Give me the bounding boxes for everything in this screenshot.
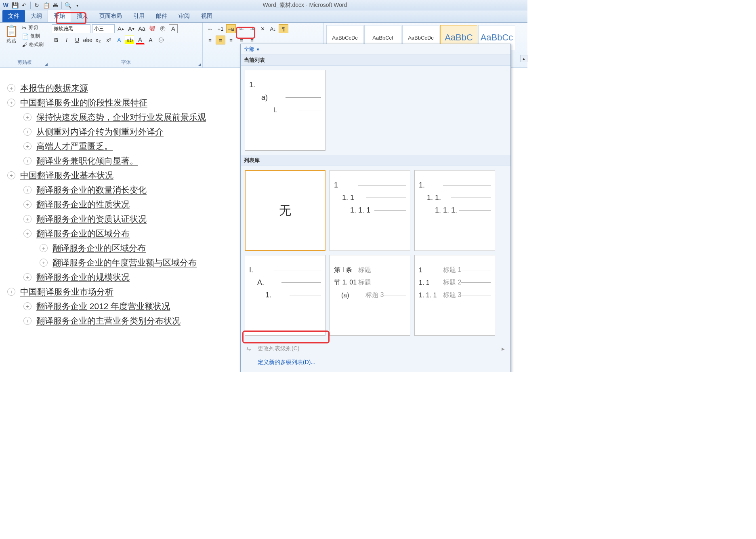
tab-review[interactable]: 审阅 bbox=[173, 10, 195, 22]
change-case-button[interactable]: Aa bbox=[137, 24, 146, 33]
list-style-5[interactable]: 第 I 条标题 节 1. 01标题 (a)标题 3 bbox=[330, 255, 410, 336]
redo-icon[interactable]: ↻ bbox=[33, 1, 41, 9]
outline-item[interactable]: +翻译服务企业 2012 年度营业额状况 bbox=[23, 301, 233, 312]
grow-font-button[interactable]: A▴ bbox=[116, 24, 125, 33]
expand-icon[interactable]: + bbox=[23, 273, 32, 281]
tab-home[interactable]: 开始 bbox=[48, 10, 71, 22]
expand-icon[interactable]: + bbox=[23, 186, 32, 194]
italic-button[interactable]: I bbox=[62, 36, 71, 44]
list-style-3[interactable]: 1. 1. 1. 1. 1. 1. bbox=[414, 170, 495, 251]
list-style-6[interactable]: 1标题 1 1. 1标题 2 1. 1. 1标题 3 bbox=[414, 255, 495, 336]
outline-item[interactable]: +翻译服务企业的数量消长变化 bbox=[23, 184, 233, 196]
tab-insert[interactable]: 插入 bbox=[71, 10, 94, 22]
sort-button[interactable]: A↓ bbox=[268, 24, 278, 33]
numbering-button[interactable]: ≡1 bbox=[216, 24, 225, 33]
font-name-input[interactable] bbox=[52, 24, 90, 33]
list-style-4[interactable]: I. A. 1. bbox=[245, 255, 326, 336]
outline-item[interactable]: +从侧重对内译介转为侧重对外译介 bbox=[23, 126, 233, 137]
scroll-up-button[interactable]: ▲ bbox=[520, 55, 527, 62]
outline-item[interactable]: +翻译服务企业的性质状况 bbox=[23, 199, 233, 210]
expand-icon[interactable]: + bbox=[23, 113, 32, 121]
tab-layout[interactable]: 页面布局 bbox=[94, 10, 128, 22]
outline-item[interactable]: +翻译服务企业的主营业务类别分布状况 bbox=[23, 315, 233, 326]
superscript-button[interactable]: x² bbox=[104, 36, 113, 44]
outline-item[interactable]: +翻译服务企业的区域分布 bbox=[40, 242, 233, 254]
save-icon[interactable]: 💾 bbox=[11, 1, 19, 9]
dropdown-filter-all[interactable]: 全部 ▼ bbox=[241, 44, 510, 55]
font-size-input[interactable] bbox=[92, 24, 115, 33]
preview-icon[interactable]: 🔍 bbox=[64, 1, 72, 9]
dialog-launcher-icon[interactable]: ◢ bbox=[45, 62, 48, 66]
justify-button[interactable]: ≡ bbox=[237, 36, 246, 44]
outline-item[interactable]: +中国翻译服务业基本状况 bbox=[7, 170, 233, 181]
decrease-indent-button[interactable]: ⇤ bbox=[237, 24, 246, 33]
copy-button[interactable]: 📄复制 bbox=[22, 33, 44, 40]
expand-icon[interactable]: + bbox=[23, 302, 32, 310]
expand-icon[interactable]: + bbox=[40, 259, 48, 267]
show-marks-button[interactable]: ¶ bbox=[279, 24, 288, 33]
define-new-multilevel-list[interactable]: 定义新的多级列表(D)... bbox=[241, 356, 510, 369]
enclose-char-button[interactable]: ㊥ bbox=[157, 36, 166, 44]
format-painter-button[interactable]: 🖌格式刷 bbox=[22, 41, 44, 48]
outline-item[interactable]: +翻译服务企业的规模状况 bbox=[23, 272, 233, 283]
underline-button[interactable]: U bbox=[73, 36, 82, 44]
expand-icon[interactable]: + bbox=[40, 244, 48, 252]
expand-icon[interactable]: + bbox=[7, 171, 15, 179]
outline-item[interactable]: +本报告的数据来源 bbox=[7, 82, 233, 94]
asian-layout-button[interactable]: ✕ bbox=[258, 24, 267, 33]
expand-icon[interactable]: + bbox=[23, 200, 32, 208]
shrink-font-button[interactable]: A▾ bbox=[127, 24, 136, 33]
text-effects-button[interactable]: A bbox=[115, 36, 124, 44]
subscript-button[interactable]: x₂ bbox=[94, 36, 103, 44]
multilevel-list-button[interactable]: ≡a bbox=[226, 24, 236, 33]
align-right-button[interactable]: ≡ bbox=[226, 36, 236, 44]
tab-file[interactable]: 文件 bbox=[2, 10, 25, 22]
char-border-button[interactable]: A bbox=[169, 24, 178, 33]
current-list-preview[interactable]: 1. a) i. bbox=[245, 70, 326, 151]
paste-button[interactable]: 📋 粘贴 bbox=[2, 24, 20, 48]
char-shading-button[interactable]: A bbox=[146, 36, 155, 44]
expand-icon[interactable]: + bbox=[23, 142, 32, 150]
expand-icon[interactable]: + bbox=[23, 229, 32, 238]
outline-item[interactable]: +翻译服务企业的区域分布 bbox=[23, 228, 233, 239]
expand-icon[interactable]: + bbox=[23, 215, 32, 223]
tab-view[interactable]: 视图 bbox=[195, 10, 218, 22]
outline-item[interactable]: +翻译业务兼职化倾向显著。 bbox=[23, 155, 233, 166]
phonetic-button[interactable]: 變 bbox=[148, 24, 157, 33]
outline-item[interactable]: +保持快速发展态势，企业对行业发展前景乐观 bbox=[23, 112, 233, 123]
outline-item[interactable]: +高端人才严重匮乏。 bbox=[23, 141, 233, 152]
outline-item[interactable]: +翻译服务企业的资质认证状况 bbox=[23, 213, 233, 225]
increase-indent-button[interactable]: ⇥ bbox=[247, 24, 257, 33]
outline-text: 翻译服务企业的区域分布 bbox=[52, 242, 146, 254]
bold-button[interactable]: B bbox=[52, 36, 61, 44]
dialog-launcher-icon[interactable]: ◢ bbox=[198, 62, 201, 66]
list-none[interactable]: 无 bbox=[245, 170, 326, 251]
tab-references[interactable]: 引用 bbox=[128, 10, 150, 22]
font-ruby-button[interactable]: ㊥ bbox=[158, 24, 167, 33]
expand-icon[interactable]: + bbox=[7, 84, 15, 92]
print-icon[interactable]: 🖶 bbox=[51, 1, 59, 9]
align-left-button[interactable]: ≡ bbox=[205, 36, 215, 44]
expand-icon[interactable]: + bbox=[23, 317, 32, 325]
align-center-button[interactable]: ≡ bbox=[216, 36, 225, 44]
expand-icon[interactable]: + bbox=[7, 288, 15, 296]
cut-button[interactable]: ✂剪切 bbox=[22, 24, 44, 31]
tab-outline[interactable]: 大纲 bbox=[25, 10, 48, 22]
tab-mailings[interactable]: 邮件 bbox=[150, 10, 173, 22]
expand-icon[interactable]: + bbox=[23, 157, 32, 165]
strikethrough-button[interactable]: abc bbox=[83, 36, 92, 44]
font-color-button[interactable]: A bbox=[136, 36, 145, 44]
expand-icon[interactable]: + bbox=[7, 99, 15, 107]
qat-more-icon[interactable]: ▾ bbox=[73, 1, 81, 9]
outline-item[interactable]: +中国翻译服务业市场分析 bbox=[7, 286, 233, 297]
bullets-button[interactable]: ≡· bbox=[205, 24, 215, 33]
distribute-button[interactable]: ≡ bbox=[247, 36, 257, 44]
undo-icon[interactable]: ↶ bbox=[20, 1, 28, 9]
outline-item[interactable]: +翻译服务企业的年度营业额与区域分布 bbox=[40, 257, 233, 268]
outline-item[interactable]: +中国翻译服务业的阶段性发展特征 bbox=[7, 97, 233, 108]
list-style-2[interactable]: 1 1. 1 1. 1. 1 bbox=[330, 170, 410, 251]
define-new-list-style[interactable]: 定义新的列表样式(L)... bbox=[241, 369, 510, 372]
paste-qat-icon[interactable]: 📋 bbox=[42, 1, 50, 9]
highlight-button[interactable]: ab bbox=[125, 36, 134, 44]
expand-icon[interactable]: + bbox=[23, 128, 32, 136]
